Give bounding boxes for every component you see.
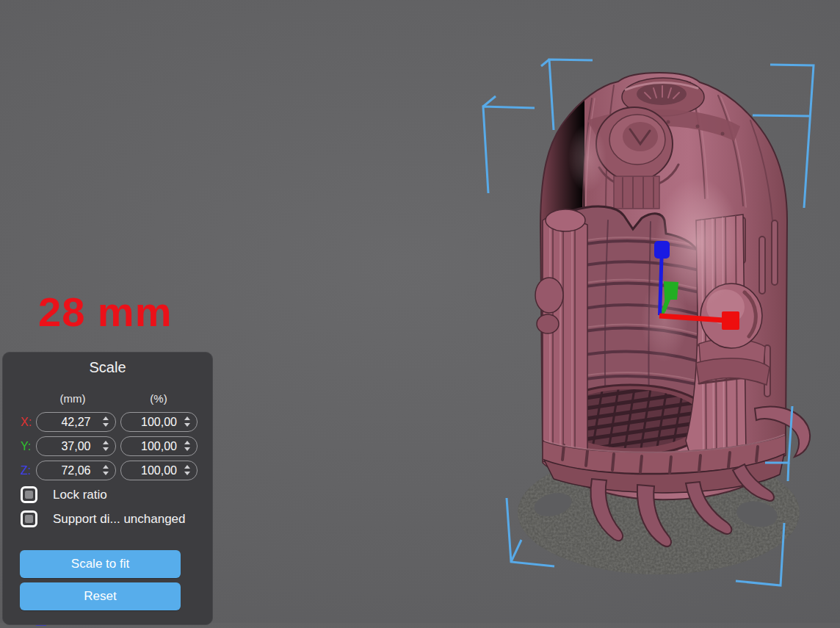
support-dimensions-checkbox[interactable] <box>21 510 37 527</box>
lock-ratio-row: Lock ratio <box>3 486 212 505</box>
z-percent-input[interactable]: 100,00 <box>120 461 198 480</box>
y-mm-input[interactable]: 37,00 <box>36 436 116 456</box>
x-percent-stepper[interactable] <box>184 416 191 428</box>
scale-to-fit-button[interactable]: Scale to fit <box>20 550 181 578</box>
axis-label-z: Z: <box>21 461 37 480</box>
column-header-mm: (mm) <box>34 392 112 405</box>
support-dimensions-row: Support di... unchanged <box>3 510 212 529</box>
model-left-pillar <box>535 209 587 472</box>
column-header-percent: (%) <box>119 392 198 405</box>
z-mm-input[interactable]: 72,06 <box>36 461 116 480</box>
y-percent-stepper[interactable] <box>184 441 191 452</box>
x-mm-input[interactable]: 42,27 <box>36 412 116 432</box>
y-mm-stepper[interactable] <box>103 441 109 452</box>
axis-label-x: X: <box>21 412 37 432</box>
support-dimensions-label: Support di... unchanged <box>53 510 186 528</box>
y-percent-input[interactable]: 100,00 <box>120 436 198 456</box>
z-mm-stepper[interactable] <box>103 465 109 477</box>
x-mm-stepper[interactable] <box>103 416 109 428</box>
lock-ratio-label: Lock ratio <box>53 486 107 504</box>
x-percent-input[interactable]: 100,00 <box>120 412 198 432</box>
dimension-label: 28 mm <box>38 291 172 334</box>
reset-button[interactable]: Reset <box>20 582 181 610</box>
z-percent-stepper[interactable] <box>184 465 191 477</box>
lock-ratio-checkbox[interactable] <box>21 486 37 503</box>
axis-label-y: Y: <box>21 436 37 456</box>
model-3d[interactable] <box>535 73 810 546</box>
scale-panel: Scale (mm) (%) X: 42,27 100,00 Y: 37,00 … <box>2 352 213 625</box>
panel-title: Scale <box>3 359 212 376</box>
viewport-3d[interactable]: 28 mm Scale (mm) (%) X: 42,27 100,00 Y: … <box>0 0 840 628</box>
